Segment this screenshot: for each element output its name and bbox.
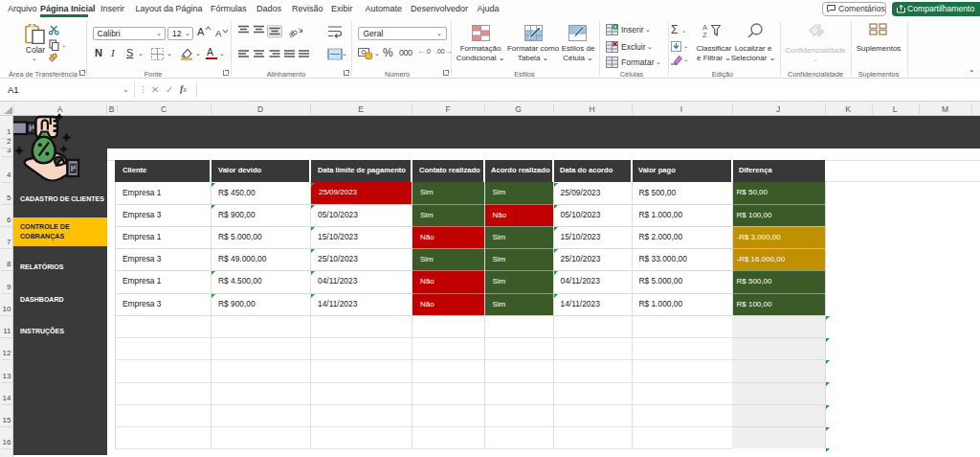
svg-text:Z: Z: [702, 31, 707, 37]
